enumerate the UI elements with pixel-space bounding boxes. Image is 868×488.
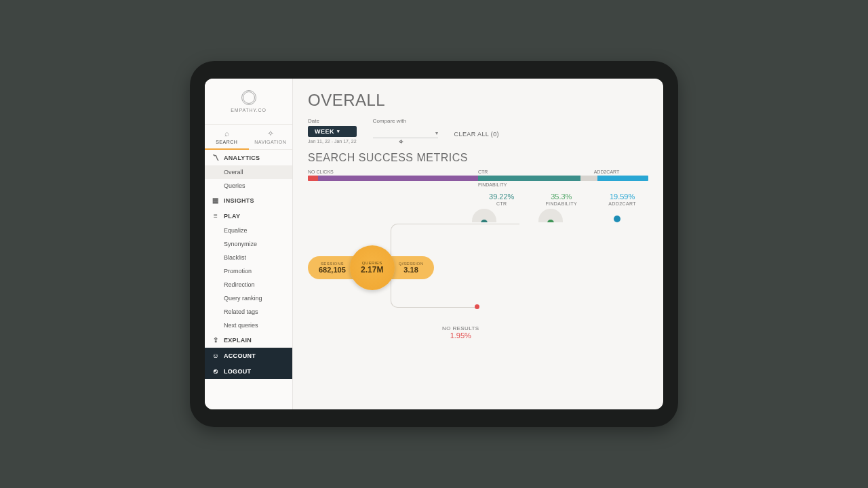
top-tabs: ⌕ SEARCH ✧ NAVIGATION <box>205 125 292 150</box>
pill-sessions-label: SESSIONS <box>321 262 344 266</box>
kpi-ctr-label: CTR <box>489 201 514 206</box>
no-results: NO RESULTS 1.95% <box>442 325 479 340</box>
sidebar-section-label: PLAY <box>224 213 240 220</box>
clear-all-button[interactable]: CLEAR ALL (0) <box>454 124 499 138</box>
main: OVERALL Date WEEK ▾ Jan 11, 22 - Jan 17,… <box>293 79 663 409</box>
tab-search[interactable]: ⌕ SEARCH <box>205 125 249 150</box>
filter-date: Date WEEK ▾ Jan 11, 22 - Jan 17, 22 <box>308 118 357 144</box>
account-icon: ☺ <box>212 352 220 359</box>
sidebar-item-synonymize[interactable]: Synonymize <box>205 237 292 251</box>
sidebar-item-blacklist[interactable]: Blacklist <box>205 251 292 264</box>
sidebar-section-label: ANALYTICS <box>224 155 260 161</box>
date-range-value: WEEK <box>315 128 334 135</box>
success-bar-chart: NO CLICKS CTR ADD2CART FINDABILITY <box>308 169 648 187</box>
sidebar-section-label: INSIGHTS <box>224 197 254 204</box>
sidebar-section-play[interactable]: ≡ PLAY <box>205 208 292 224</box>
date-range-selector[interactable]: WEEK ▾ <box>308 126 357 137</box>
sidebar-section-label: EXPLAIN <box>224 337 252 344</box>
bar-seg-blue <box>597 176 648 181</box>
tab-navigation[interactable]: ✧ NAVIGATION <box>249 125 293 149</box>
share-icon: ⇪ <box>212 336 220 344</box>
bar-label-noclicks: NO CLICKS <box>308 169 478 176</box>
play-icon: ≡ <box>212 212 220 220</box>
search-icon: ⌕ <box>205 129 249 138</box>
sidebar-item-equalize[interactable]: Equalize <box>205 224 292 237</box>
analytics-icon: 〽 <box>212 154 220 161</box>
bar-seg-purple <box>318 176 478 181</box>
no-results-value: 1.95% <box>442 331 479 340</box>
gauge-findability <box>538 209 563 222</box>
pill-sessions-value: 682,105 <box>319 266 346 274</box>
no-results-dot-icon <box>475 304 479 309</box>
chevron-down-icon: ▾ <box>337 129 340 134</box>
filter-compare-label: Compare with <box>373 118 438 124</box>
pill-queries-value: 2.17M <box>361 265 383 274</box>
bar-seg-red <box>308 176 318 181</box>
sidebar-section-logout[interactable]: ⎋ LOGOUT <box>205 363 292 379</box>
sidebar-section-label: LOGOUT <box>224 368 251 375</box>
filter-date-label: Date <box>308 118 357 124</box>
gauge-row <box>308 209 648 222</box>
kpi-find-value: 35.3% <box>545 192 577 201</box>
pill-queries: QUERIES 2.17M <box>350 245 395 290</box>
kpi-a2c-value: 19.59% <box>608 192 636 201</box>
no-results-label: NO RESULTS <box>442 325 479 331</box>
compass-icon: ✧ <box>249 129 293 138</box>
flow-pills: SESSIONS 682,105 QUERIES 2.17M Q/SESSION… <box>308 245 434 290</box>
sidebar-section-analytics[interactable]: 〽 ANALYTICS <box>205 150 292 165</box>
bar-label-findability: FINDABILITY <box>478 182 507 187</box>
sidebar-section-label: ACCOUNT <box>224 352 256 359</box>
brand-name: EMPATHY.CO <box>231 108 266 113</box>
page-title: OVERALL <box>308 91 648 110</box>
section-title: SEARCH SUCCESS METRICS <box>308 152 648 164</box>
logout-icon: ⎋ <box>212 367 220 375</box>
kpi-a2c-label: ADD2CART <box>608 201 636 206</box>
pill-qsession-value: 3.18 <box>403 266 418 274</box>
sidebar-item-next-queries[interactable]: Next queries <box>205 319 292 332</box>
kpi-find-label: FINDABILITY <box>545 201 577 206</box>
bar-label-ctr: CTR <box>478 169 594 176</box>
sidebar-item-query-ranking[interactable]: Query ranking <box>205 291 292 305</box>
metrics-area: 39.22% CTR 35.3% FINDABILITY 19.59% ADD2… <box>308 192 648 342</box>
sidebar-section-account[interactable]: ☺ ACCOUNT <box>205 348 292 363</box>
gauge-ctr <box>472 209 496 222</box>
tab-navigation-label: NAVIGATION <box>254 140 286 144</box>
sidebar-section-explain[interactable]: ⇪ EXPLAIN <box>205 332 292 348</box>
insights-icon: ▦ <box>212 197 220 204</box>
sidebar-item-related-tags[interactable]: Related tags <box>205 305 292 319</box>
gauge-add2cart <box>605 209 629 222</box>
bar-seg-teal <box>478 176 580 181</box>
kpi-ctr: 39.22% CTR <box>489 192 514 206</box>
sidebar-nav: 〽 ANALYTICS Overall Queries ▦ INSIGHTS ≡… <box>205 150 292 409</box>
kpi-add2cart: 19.59% ADD2CART <box>608 192 636 206</box>
filter-bar: Date WEEK ▾ Jan 11, 22 - Jan 17, 22 Comp… <box>308 118 648 144</box>
kpi-findability: 35.3% FINDABILITY <box>545 192 577 206</box>
cursor-icon: ⌖ <box>399 137 403 146</box>
brand: EMPATHY.CO <box>205 79 292 125</box>
sidebar-item-promotion[interactable]: Promotion <box>205 264 292 278</box>
bar-label-add2cart: ADD2CART <box>594 169 648 176</box>
sidebar-item-redirection[interactable]: Redirection <box>205 278 292 291</box>
pill-qsession-label: Q/SESSION <box>399 262 424 266</box>
brand-logo-icon <box>241 90 256 105</box>
tab-search-label: SEARCH <box>216 140 237 144</box>
sidebar-section-insights[interactable]: ▦ INSIGHTS <box>205 192 292 208</box>
stacked-bar <box>308 176 648 181</box>
kpi-row: 39.22% CTR 35.3% FINDABILITY 19.59% ADD2… <box>308 192 648 206</box>
compare-selector[interactable] <box>373 126 438 138</box>
bar-seg-grey <box>580 176 597 181</box>
sidebar: EMPATHY.CO ⌕ SEARCH ✧ NAVIGATION 〽 ANALY… <box>205 79 293 409</box>
date-range-text: Jan 11, 22 - Jan 17, 22 <box>308 139 357 144</box>
filter-compare: Compare with <box>373 118 438 138</box>
kpi-ctr-value: 39.22% <box>489 192 514 201</box>
app-screen: EMPATHY.CO ⌕ SEARCH ✧ NAVIGATION 〽 ANALY… <box>205 79 663 409</box>
tablet-frame: EMPATHY.CO ⌕ SEARCH ✧ NAVIGATION 〽 ANALY… <box>190 61 678 427</box>
sidebar-item-overall[interactable]: Overall <box>205 165 292 179</box>
sidebar-item-queries[interactable]: Queries <box>205 179 292 192</box>
